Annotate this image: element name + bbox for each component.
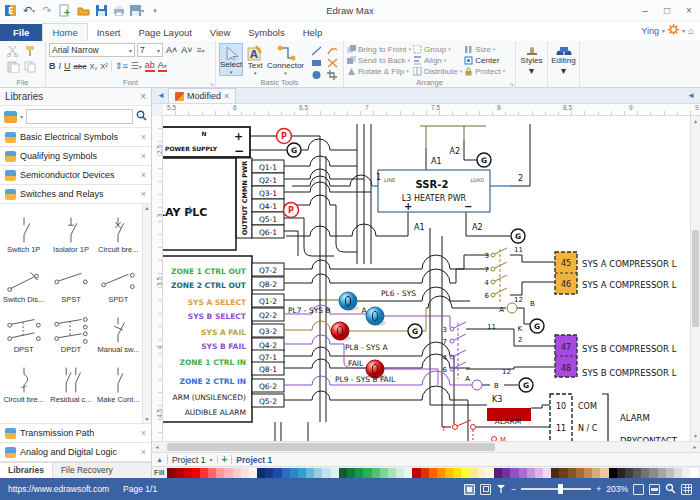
group-button[interactable]: Group▾ (413, 44, 462, 54)
line-tool-icon[interactable] (309, 45, 324, 56)
color-swatch[interactable] (298, 468, 306, 478)
align-text-button[interactable]: ≡▾ (196, 45, 206, 55)
select-tool-button[interactable]: Select▾ (219, 43, 243, 76)
color-swatch[interactable] (322, 468, 330, 478)
color-swatch[interactable] (641, 468, 649, 478)
tab-insert[interactable]: Insert (88, 24, 130, 41)
library-section-switches-relays[interactable]: Switches and Relays× (0, 185, 151, 204)
vertical-scrollbar[interactable]: ▲ ▼ (690, 116, 700, 441)
color-swatch[interactable] (658, 468, 666, 478)
color-swatch[interactable] (306, 468, 314, 478)
rectangle-tool-icon[interactable] (309, 57, 324, 68)
color-swatch[interactable] (167, 468, 175, 478)
user-name[interactable]: Ying (641, 26, 659, 36)
color-swatch[interactable] (380, 468, 388, 478)
section-close-icon[interactable]: × (141, 151, 146, 161)
zoom-level[interactable]: 203% (606, 484, 628, 494)
color-swatch[interactable] (576, 468, 584, 478)
color-swatch[interactable] (494, 468, 502, 478)
strikethrough-button[interactable]: abc (74, 62, 87, 71)
relay-plc-box[interactable] (163, 158, 236, 250)
grid-view-icon[interactable] (681, 484, 692, 495)
collapse-right-icon[interactable]: ◄ (684, 91, 698, 100)
tab-symbols[interactable]: Symbols (239, 24, 293, 41)
settings-gear-icon[interactable] (668, 24, 679, 37)
open-button[interactable] (76, 4, 90, 18)
project-selector[interactable]: Project 1 (172, 455, 206, 465)
new-document-button[interactable]: + (58, 4, 72, 18)
color-swatch[interactable] (314, 468, 322, 478)
editing-button[interactable]: Editing▾ (548, 41, 580, 87)
color-swatch[interactable] (682, 468, 690, 478)
section-close-icon[interactable]: × (141, 170, 146, 180)
connector-tool-button[interactable]: Connector▾ (267, 43, 304, 76)
color-swatch[interactable] (543, 468, 551, 478)
zoom-slider[interactable] (521, 488, 591, 490)
color-swatch[interactable] (584, 468, 592, 478)
symbol-spst[interactable]: SPST (47, 254, 94, 304)
symbol-circuit-breaker-2[interactable]: Circuit bre... (0, 354, 47, 404)
symbol-partial[interactable] (0, 404, 47, 423)
color-swatch[interactable] (192, 468, 200, 478)
font-color-button[interactable]: A▾ (158, 60, 167, 72)
color-swatch[interactable] (388, 468, 396, 478)
section-close-icon[interactable]: × (141, 189, 146, 199)
color-swatch[interactable] (224, 468, 232, 478)
symbol-switch-disconnector[interactable]: Switch Dis... (0, 254, 47, 304)
magnifier-icon[interactable] (665, 483, 676, 496)
color-swatch[interactable] (633, 468, 641, 478)
export-button[interactable]: ▾ (130, 4, 144, 18)
collapse-pagebar-icon[interactable]: ▲ (156, 456, 163, 463)
color-swatch[interactable] (372, 468, 380, 478)
distribute-button[interactable]: Distribute▾ (413, 66, 462, 76)
add-page-button[interactable]: + (222, 454, 228, 465)
subscript-button[interactable]: X₂ (89, 62, 97, 71)
panel-tab-libraries[interactable]: Libraries (0, 463, 53, 478)
protect-button[interactable]: Protect▾ (464, 66, 505, 76)
scroll-left-icon[interactable]: ◄ (152, 444, 162, 450)
color-swatch[interactable] (535, 468, 543, 478)
line-spacing-button[interactable]: ⇕≡ (115, 61, 128, 71)
document-tab-modified[interactable]: Modified × (168, 88, 236, 103)
customize-qat-button[interactable]: ▾ (148, 4, 162, 18)
library-section-basic-electrical[interactable]: Basic Electrical Symbols× (0, 128, 151, 147)
send-to-back-button[interactable]: Send to Back▾ (347, 55, 411, 65)
color-swatch[interactable] (625, 468, 633, 478)
color-swatch[interactable] (502, 468, 510, 478)
scroll-right-icon[interactable]: ► (690, 444, 700, 450)
symbol-isolator-1p[interactable]: Isolator 1P (47, 204, 94, 254)
color-swatch[interactable] (600, 468, 608, 478)
underline-button[interactable]: U (64, 61, 71, 71)
color-swatch[interactable] (290, 468, 298, 478)
color-swatch[interactable] (429, 468, 437, 478)
color-swatch[interactable] (527, 468, 535, 478)
text-tool-button[interactable]: A Text▾ (243, 43, 267, 76)
symbol-partial[interactable] (47, 404, 94, 423)
color-swatch[interactable] (486, 468, 494, 478)
color-swatch[interactable] (510, 468, 518, 478)
color-swatch[interactable] (445, 468, 453, 478)
color-swatch[interactable] (478, 468, 486, 478)
library-section-analog-digital[interactable]: Analog and Digital Logic× (0, 443, 151, 462)
color-swatch[interactable] (273, 468, 281, 478)
color-swatch[interactable] (461, 468, 469, 478)
symbol-residual-current[interactable]: Residual c... (47, 354, 94, 404)
zoom-in-button[interactable]: + (596, 484, 601, 494)
maximize-button[interactable]: □ (656, 1, 678, 21)
symbol-switch-1p[interactable]: Switch 1P (0, 204, 47, 254)
color-swatch[interactable] (396, 468, 404, 478)
normal-view-icon[interactable] (464, 484, 475, 495)
color-swatch[interactable] (347, 468, 355, 478)
library-menu-icon[interactable] (4, 111, 17, 123)
drawing-sheet[interactable]: N POWER SUPPLY + − LAY PLC OUTPUT CMMN P… (163, 116, 690, 441)
minimize-button[interactable]: – (634, 1, 656, 21)
search-icon[interactable] (136, 110, 147, 123)
shrink-font-button[interactable]: A˅ (180, 45, 193, 55)
library-section-semiconductor[interactable]: Semiconductor Devices× (0, 166, 151, 185)
color-swatch[interactable] (249, 468, 257, 478)
color-swatch[interactable] (617, 468, 625, 478)
arrange-dialog-launcher[interactable]: ↘ (509, 80, 514, 87)
section-close-icon[interactable]: × (141, 428, 146, 438)
symbol-make-contact[interactable]: Make Cont... (95, 354, 142, 404)
italic-button[interactable]: I (59, 61, 62, 71)
